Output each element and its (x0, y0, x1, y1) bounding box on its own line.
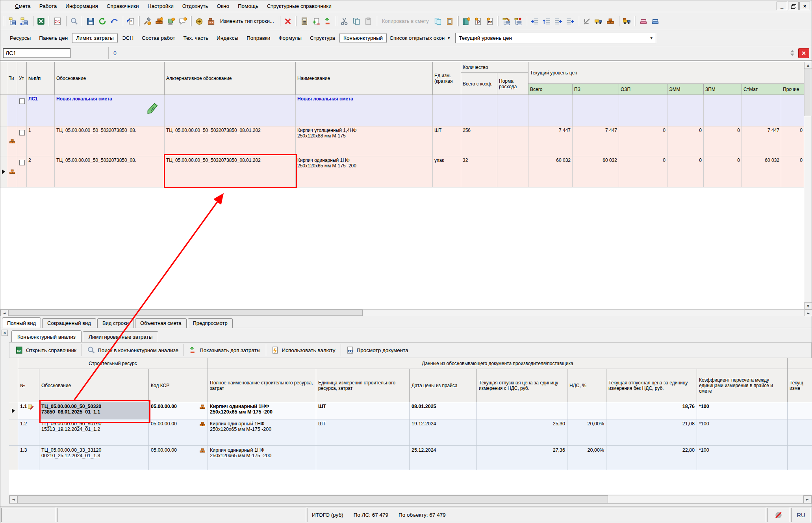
cell-unit[interactable]: упак (433, 156, 461, 187)
cell-type[interactable] (7, 126, 17, 156)
cell-date[interactable]: 25.12.2024 (410, 446, 477, 470)
show-extra-costs-button[interactable]: Показывать доп.затраты (185, 344, 265, 356)
checkbox[interactable] (19, 98, 25, 104)
labor-button[interactable] (581, 15, 593, 28)
cell-name[interactable]: Кирпич утолщенный 1,4НФ 250x120x88 мм М-… (296, 126, 433, 156)
scroll-left-button[interactable]: ◄ (9, 495, 17, 503)
value-spinner[interactable] (790, 50, 794, 56)
page-p-button[interactable] (472, 15, 484, 28)
cell-approved[interactable] (17, 156, 27, 187)
table-row[interactable]: 1 ТЦ_05.00.00.00_50_5032073850_08. ТЦ_05… (0, 126, 805, 156)
cell-ksr[interactable]: 05.00.00.00 (149, 419, 208, 446)
paste-button[interactable] (362, 15, 374, 28)
table-row[interactable]: 2 ТЦ_05.00.00.00_50_5032073850_08. ТЦ_05… (0, 156, 805, 187)
tab-limit-zatraty[interactable]: Лимит. затраты (72, 33, 118, 43)
row-selector-cell[interactable] (0, 156, 7, 187)
menu-pomosch[interactable]: Помощь (234, 1, 263, 12)
cell-emm[interactable]: 0 (667, 126, 704, 156)
cell-name[interactable]: Кирпич одинарный 1НФ 250x120x65 мм М-175… (208, 419, 316, 446)
cell-justification[interactable]: ТЦ_05.00.00.00_33_33120 00210_25.12.2024… (39, 446, 149, 470)
cell-date[interactable]: 19.12.2024 (410, 419, 477, 446)
cell-unit[interactable]: ШТ (316, 402, 410, 419)
change-row-type-button[interactable]: Изменить тип строки... (217, 15, 277, 28)
cell-coef[interactable]: *100 (697, 446, 788, 470)
cell-price-with-vat[interactable] (477, 402, 567, 419)
cell-value-field[interactable]: 0 (109, 50, 790, 56)
cell-empty[interactable] (497, 95, 528, 126)
calculator-button[interactable] (298, 15, 310, 28)
menu-otdokhnut[interactable]: Отдохнуть (178, 1, 213, 12)
extra-costs-button[interactable] (322, 15, 334, 28)
cell-prochie[interactable]: 0 (781, 126, 805, 156)
tab-resursy[interactable]: Ресурсы (6, 33, 35, 43)
cell-num[interactable]: 1.2 (18, 419, 39, 446)
tab-konyunkturnyy[interactable]: Конъюнктурный (339, 33, 387, 43)
cell-price-without-vat[interactable]: 18,76 (606, 402, 697, 419)
tab-indeksy[interactable]: Индексы (213, 33, 242, 43)
cell-type[interactable] (7, 156, 17, 187)
tree-delete-button[interactable] (512, 15, 524, 28)
cell-empty[interactable] (528, 95, 573, 126)
formula-close-button[interactable]: ✕ (798, 48, 809, 58)
tab-struktura[interactable]: Структура (306, 33, 339, 43)
cell-unit[interactable] (316, 446, 410, 470)
search-button[interactable] (68, 15, 80, 28)
cell-total[interactable]: 7 447 (528, 126, 573, 156)
cell-num[interactable]: 1.1 (18, 402, 39, 419)
checkbox[interactable] (19, 130, 25, 135)
cell-zpm[interactable]: 0 (704, 156, 742, 187)
cell-price-with-vat[interactable]: 25,30 (477, 419, 567, 446)
cell-justification[interactable]: ТЦ_05.00.00.00_50_5032073850_08. (55, 156, 165, 187)
cell-empty[interactable] (497, 126, 528, 156)
scrollbar-thumb[interactable] (805, 69, 811, 116)
tab-obektnaya-smeta[interactable]: Объектная смета (135, 318, 187, 328)
cell-price-with-vat[interactable]: 27,36 (477, 446, 567, 470)
tab-sokraschennyy-vid[interactable]: Сокращенный вид (42, 318, 96, 328)
row-selector-cell[interactable] (9, 402, 18, 419)
cell-ksr[interactable]: 05.00.00.00 (149, 402, 208, 419)
menu-okno[interactable]: Окно (213, 1, 234, 12)
comment-gear-button[interactable] (177, 15, 189, 28)
recalc-button[interactable] (125, 15, 137, 28)
cell-empty[interactable] (165, 95, 296, 126)
row-selector-cell[interactable] (9, 446, 18, 470)
delete-button[interactable] (282, 15, 294, 28)
scrollbar-thumb[interactable] (8, 310, 363, 316)
work-gear-button[interactable] (141, 15, 153, 28)
cell-price-without-vat[interactable]: 22,80 (606, 446, 697, 470)
cell-empty[interactable] (788, 446, 812, 470)
scroll-up-button[interactable]: ▲ (804, 62, 812, 69)
cell-alt-justification[interactable]: ТЦ_05.00.00.00_50_5032073850_08.01.202 (165, 126, 296, 156)
page-pr-button[interactable] (484, 15, 496, 28)
indent-left-button[interactable] (529, 15, 541, 28)
excel-export-button[interactable] (35, 15, 47, 28)
cell-num[interactable]: 1.3 (18, 446, 39, 470)
cell-justification[interactable]: ТЦ_05.00.00.00_50_5032073850_08. (55, 126, 165, 156)
struct-tree-insert-button[interactable] (19, 15, 30, 28)
cell-unit[interactable]: ШТ (433, 126, 461, 156)
menu-informatsiya[interactable]: Информация (61, 1, 102, 12)
machines-gear-button[interactable] (165, 15, 177, 28)
pdf-export-button[interactable] (52, 15, 63, 28)
table-row[interactable]: 1.3 ТЦ_05.00.00.00_33_33120 00210_25.12.… (9, 446, 812, 470)
cell-prochie[interactable]: 0 (781, 156, 805, 187)
cell-empty[interactable] (667, 95, 704, 126)
tab-vid-stroki[interactable]: Вид строки (97, 318, 134, 328)
cell-zpm[interactable]: 0 (704, 126, 742, 156)
row-selector-cell[interactable] (0, 126, 7, 156)
cell-num[interactable]: 2 (27, 156, 55, 187)
menu-rabota[interactable]: Работа (35, 1, 61, 12)
panel-horizontal-scrollbar[interactable]: ◄ ► (9, 495, 812, 504)
tab-esn[interactable]: ЭСН (118, 33, 137, 43)
copy-to-estimate-button[interactable]: Копировать в смету (379, 15, 432, 28)
price-level-combobox[interactable]: Текущий уровень цен ▼ (455, 33, 656, 43)
cell-stmat[interactable]: 7 447 (742, 126, 781, 156)
scroll-down-button[interactable]: ▼ (804, 302, 812, 310)
bricks-button[interactable] (604, 15, 616, 28)
cell-unit[interactable]: ШТ (316, 419, 410, 446)
cell-empty[interactable] (788, 402, 812, 419)
use-currency-button[interactable]: Использовать валюту (267, 344, 340, 356)
books-pink-button[interactable] (638, 15, 649, 28)
scroll-right-button[interactable]: ► (803, 495, 811, 503)
cell-qty[interactable]: 32 (461, 156, 497, 187)
